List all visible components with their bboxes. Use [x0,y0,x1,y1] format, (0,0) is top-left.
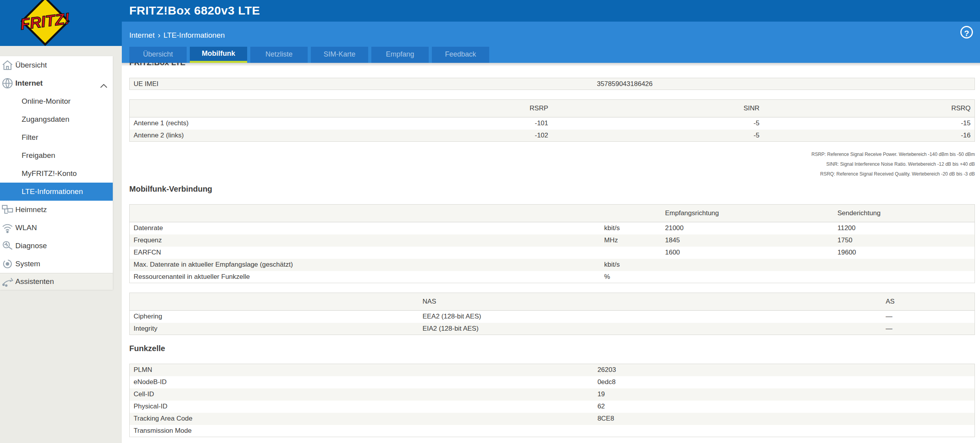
ue-imei-label: UE IMEI [134,80,158,88]
sidebar-item-online-monitor[interactable]: Online-Monitor [0,92,113,110]
globe-icon [2,77,13,89]
breadcrumb: Internet›LTE-Informationen [129,31,225,40]
security-table: NAS AS Ciphering EEA2 (128-bit AES) — In… [129,293,975,335]
sidebar-item-uebersicht[interactable]: Übersicht [0,56,113,74]
sidebar-item-heimnetz[interactable]: Heimnetz [0,201,113,219]
cell-table: PLMN26203 eNodeB-ID0edc8 Cell-ID19 Physi… [129,364,975,437]
clipped-page-heading: FRITZ!Box LTE [129,63,326,68]
table-row: Ressourcenanteil in aktueller Funkzelle% [130,271,975,283]
connection-table: Empfangsrichtung Senderichtung Datenrate… [129,204,975,283]
breadcrumb-section[interactable]: Internet [129,31,154,39]
sidebar-item-lte-informationen[interactable]: LTE-Informationen [0,183,113,201]
table-row: Tracking Area Code8CE8 [130,413,975,425]
network-icon [2,204,13,216]
table-row: PLMN26203 [130,364,975,376]
ue-imei-value: 357859043186426 [597,80,653,88]
table-row: Ciphering EEA2 (128-bit AES) — [130,311,975,323]
help-icon[interactable]: ? [960,26,973,38]
col-as: AS [882,293,975,311]
security-header-row: NAS AS [130,293,975,311]
tab-mobilfunk[interactable]: Mobilfunk [190,47,247,63]
antenna-table: RSRP SINR RSRQ Antenne 1 (rechts) -101 -… [129,99,975,142]
logo-block: FRITZ! [0,0,122,46]
tab-netzliste[interactable]: Netzliste [250,47,308,63]
sidebar-item-filter[interactable]: Filter [0,128,113,146]
table-row: Max. Datenrate in aktueller Empfangslage… [130,259,975,271]
sidebar: Übersicht Internet Online-Monitor Zugang… [0,56,113,289]
diagnose-icon [2,240,13,252]
sidebar-item-freigaben[interactable]: Freigaben [0,146,113,165]
table-row: Cell-ID19 [130,388,975,401]
col-nas: NAS [418,293,882,311]
tab-uebersicht[interactable]: Übersicht [129,47,187,63]
col-rsrq: RSRQ [763,100,975,117]
svg-text:FRITZ!: FRITZ! [19,9,71,33]
table-row: Physical-ID62 [130,401,975,413]
sidebar-item-assistenten[interactable]: Assistenten [0,273,113,290]
note-sinr: SINR: Signal Interference Noise Ratio. W… [129,159,975,169]
sidebar-item-diagnose[interactable]: Diagnose [0,237,113,255]
connection-header-row: Empfangsrichtung Senderichtung [130,205,975,222]
table-row: Datenratekbit/s 2100011200 [130,222,975,234]
note-rsrp: RSRP: Reference Signal Receive Power. We… [129,150,975,159]
system-icon [2,258,13,270]
sidebar-item-system[interactable]: System [0,255,113,273]
col-rsrp: RSRP [341,100,552,117]
col-sinr: SINR [552,100,763,117]
table-row: FrequenzMHz 18451750 [130,234,975,247]
ue-imei-row: UE IMEI 357859043186426 [129,78,975,90]
sidebar-item-internet[interactable]: Internet [0,74,113,92]
sidebar-item-wlan[interactable]: WLAN [0,219,113,237]
app-title: FRITZ!Box 6820v3 LTE [129,4,260,17]
table-row: Integrity EIA2 (128-bit AES) — [130,323,975,335]
section-heading-mobilfunk-verbindung: Mobilfunk-Verbindung [129,185,212,194]
breadcrumb-page: LTE-Informationen [163,31,225,39]
table-row: EARFCN 160019600 [130,247,975,259]
antenna-header-row: RSRP SINR RSRQ [130,100,975,117]
chevron-up-icon[interactable] [100,81,107,90]
sidebar-item-myfritz-konto[interactable]: MyFRITZ!-Konto [0,165,113,183]
sidebar-item-zugangsdaten[interactable]: Zugangsdaten [0,110,113,128]
table-row: eNodeB-ID0edc8 [130,376,975,388]
breadcrumb-separator: › [158,31,160,39]
table-row: Antenne 2 (links) -102 -5 -16 [130,130,975,142]
signal-notes: RSRP: Reference Signal Receive Power. We… [129,150,975,179]
tab-feedback[interactable]: Feedback [432,47,489,63]
tab-sim-karte[interactable]: SIM-Karte [311,47,368,63]
fritzbox-ui: FRITZ! FRITZ!Box 6820v3 LTE Internet›LTE… [0,0,980,443]
tab-empfang[interactable]: Empfang [371,47,429,63]
note-rsrq: RSRQ: Reference Signal Received Quality.… [129,169,975,179]
fritz-logo: FRITZ! [0,0,122,46]
section-heading-funkzelle: Funkzelle [129,344,165,353]
home-icon [2,59,13,71]
col-empfangsrichtung: Empfangsrichtung [661,205,833,222]
assistant-icon [2,276,13,287]
col-senderichtung: Senderichtung [833,205,974,222]
table-row: Antenne 1 (rechts) -101 -5 -15 [130,117,975,130]
wifi-icon [2,222,13,234]
table-row: Transmission Mode [130,425,975,437]
